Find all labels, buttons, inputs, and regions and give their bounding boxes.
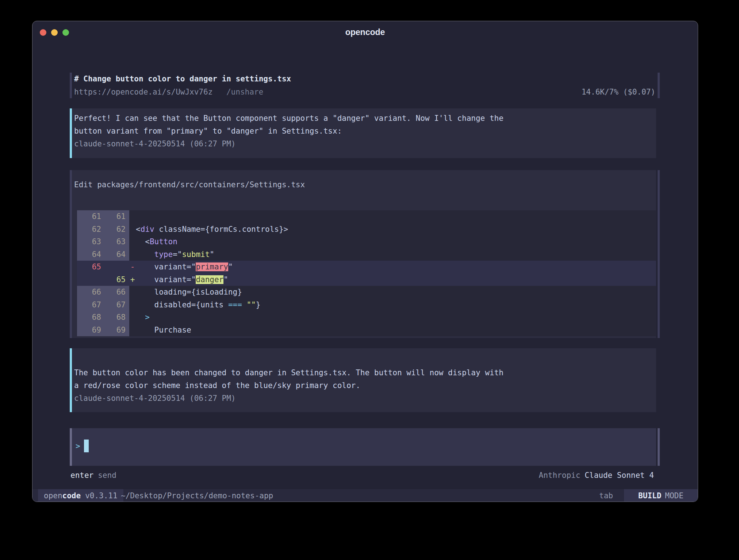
input-right-rail (658, 428, 660, 466)
message-text: a red/rose color scheme instead of the b… (74, 379, 656, 392)
assistant-message: Perfect! I can see that the Button compo… (72, 108, 656, 158)
app-version: v0.3.11 (85, 491, 118, 500)
message-text: Perfect! I can see that the Button compo… (74, 112, 656, 125)
new-line-number: 62 (101, 223, 129, 236)
old-line-number: 65 (77, 261, 101, 273)
diff-code-line: variant="danger" (136, 273, 656, 286)
edit-block-right-rail (658, 170, 660, 338)
context-stats: 14.6K/7% ($0.07) (582, 86, 655, 98)
message-meta: claude-sonnet-4-20250514 (06:27 PM) (74, 392, 656, 405)
message-accent-bar (70, 108, 72, 158)
app-version-chip: opencodev0.3.11 (38, 489, 123, 502)
old-line-number: 62 (77, 223, 101, 236)
diff-row: 6363 <Button (77, 235, 656, 248)
new-line-number: 66 (101, 286, 129, 299)
diff-row: 65- variant="primary" (77, 261, 656, 273)
diff-view: 61616262<div className={formCs.controls}… (77, 210, 656, 336)
diff-marker (129, 311, 136, 324)
diff-code-line (136, 210, 656, 223)
old-line-number: 63 (77, 235, 101, 248)
prompt-line: > (76, 440, 89, 452)
diff-marker (129, 324, 136, 337)
diff-marker (129, 286, 136, 299)
old-line-number (77, 273, 101, 286)
diff-row: 6666 loading={isLoading} (77, 286, 656, 299)
old-line-number: 61 (77, 210, 101, 223)
diff-marker (129, 223, 136, 236)
diff-marker (129, 299, 136, 311)
title-bar: opencode (32, 21, 698, 43)
working-directory: ~/Desktop/Projects/demo-notes-app (121, 489, 273, 502)
app-name-code: code (62, 491, 81, 500)
diff-row: 6161 (77, 210, 656, 223)
send-hint: send (98, 471, 116, 480)
diff-row: 6767 disabled={units === ""} (77, 299, 656, 311)
input-left-rail (70, 428, 72, 466)
diff-row: 6262<div className={formCs.controls}> (77, 223, 656, 236)
session-header-right-rail (658, 73, 660, 98)
enter-key-hint: enter (70, 471, 93, 480)
prompt-input[interactable]: > (72, 428, 656, 466)
old-line-number: 67 (77, 299, 101, 311)
session-subrow: https://opencode.ai/s/UwJxv76z /unshare … (74, 86, 655, 98)
mode-name: BUILD (638, 491, 661, 500)
message-text: The button color has been changed to dan… (74, 367, 656, 379)
diff-marker (129, 210, 136, 223)
new-line-number: 67 (101, 299, 129, 311)
new-line-number: 61 (101, 210, 129, 223)
edit-block-left-rail (70, 170, 72, 338)
diff-row: 6969 Purchase (77, 324, 656, 337)
old-line-number: 64 (77, 248, 101, 261)
edit-tool-block: Edit packages/frontend/src/containers/Se… (72, 170, 656, 338)
assistant-message: The button color has been changed to dan… (72, 348, 656, 412)
share-url[interactable]: https://opencode.ai/s/UwJxv76z (74, 88, 212, 96)
window-title: opencode (32, 27, 698, 37)
diff-marker: - (129, 261, 136, 273)
new-line-number (101, 261, 129, 273)
diff-row: 6464 type="submit" (77, 248, 656, 261)
app-name-open: open (44, 491, 62, 500)
prompt-symbol: > (76, 442, 80, 450)
old-line-number: 68 (77, 311, 101, 324)
old-line-number: 69 (77, 324, 101, 337)
new-line-number: 63 (101, 235, 129, 248)
edit-file-title: Edit packages/frontend/src/containers/Se… (74, 180, 305, 189)
provider-label: Anthropic (539, 471, 581, 480)
diff-code-line: loading={isLoading} (136, 286, 656, 299)
diff-marker: + (129, 273, 136, 286)
diff-code-line: <Button (136, 235, 656, 248)
new-line-number: 68 (101, 311, 129, 324)
diff-code-line: type="submit" (136, 248, 656, 261)
session-title: # Change button color to danger in setti… (74, 73, 291, 85)
old-line-number: 66 (77, 286, 101, 299)
diff-code-line: Purchase (136, 324, 656, 337)
mode-chip[interactable]: BUILDMODE (624, 489, 698, 502)
diff-code-line: <div className={formCs.controls}> (136, 223, 656, 236)
diff-marker (129, 235, 136, 248)
session-header-left-rail (70, 73, 72, 98)
diff-code-line: > (136, 311, 656, 324)
new-line-number: 64 (101, 248, 129, 261)
unshare-command[interactable]: /unshare (226, 88, 263, 96)
message-meta: claude-sonnet-4-20250514 (06:27 PM) (74, 138, 656, 150)
message-text: button variant from "primary" to "danger… (74, 125, 656, 138)
diff-marker (129, 248, 136, 261)
new-line-number: 65 (101, 273, 129, 286)
mode-word: MODE (665, 491, 684, 500)
diff-code-line: disabled={units === ""} (136, 299, 656, 311)
session-header: # Change button color to danger in setti… (32, 73, 698, 98)
opencode-window: opencode # Change button color to danger… (32, 21, 698, 502)
tab-key-hint: tab (599, 489, 613, 502)
new-line-number: 69 (101, 324, 129, 337)
status-bar: opencodev0.3.11 ~/Desktop/Projects/demo-… (32, 489, 698, 502)
diff-code-line: variant="primary" (136, 261, 656, 273)
diff-row: 6868 > (77, 311, 656, 324)
model-label[interactable]: Claude Sonnet 4 (585, 471, 654, 480)
message-accent-bar (70, 348, 72, 412)
text-cursor (84, 440, 89, 452)
diff-row: 65+ variant="danger" (77, 273, 656, 286)
hint-row: entersend AnthropicClaude Sonnet 4 (70, 469, 655, 481)
